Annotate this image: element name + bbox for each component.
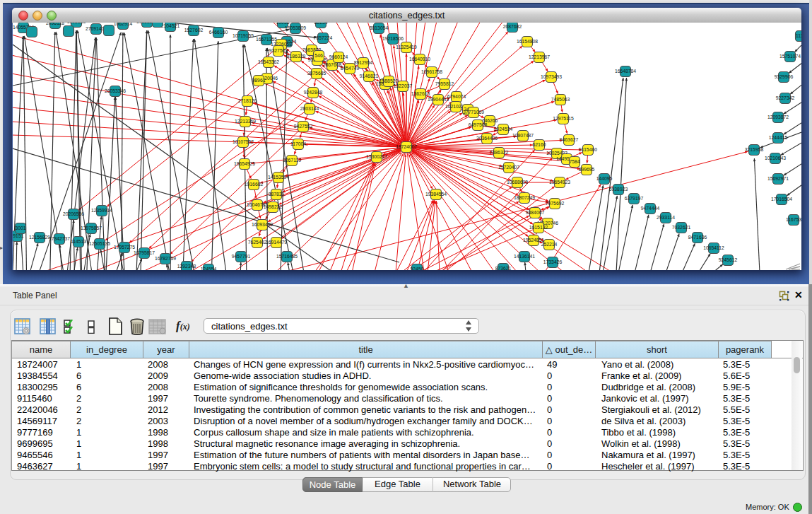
svg-text:9474444: 9474444	[641, 206, 660, 211]
svg-text:16053809: 16053809	[285, 25, 306, 30]
svg-text:9384067: 9384067	[526, 210, 545, 215]
svg-text:10107552: 10107552	[233, 139, 254, 144]
svg-text:1588520: 1588520	[379, 78, 399, 83]
svg-text:9660124: 9660124	[329, 54, 348, 59]
svg-text:17957275: 17957275	[114, 245, 135, 250]
svg-text:14136141: 14136141	[514, 254, 535, 259]
svg-text:1916682: 1916682	[245, 182, 264, 187]
svg-text:6497508: 6497508	[469, 122, 488, 127]
svg-text:18724007: 18724007	[396, 144, 417, 149]
svg-text:5938923: 5938923	[609, 187, 628, 192]
svg-text:62160: 62160	[533, 142, 546, 147]
svg-text:2803144: 2803144	[300, 106, 319, 111]
svg-text:12156829: 12156829	[29, 235, 50, 240]
svg-text:16154808: 16154808	[517, 39, 538, 44]
svg-text:1895313: 1895313	[67, 23, 86, 24]
svg-text:15692971: 15692971	[767, 176, 789, 181]
svg-text:1498222: 1498222	[264, 204, 283, 209]
svg-text:9146821: 9146821	[360, 74, 379, 78]
svg-text:9457791: 9457791	[232, 254, 251, 259]
svg-text:8471636: 8471636	[688, 235, 707, 240]
svg-text:1292348: 1292348	[177, 264, 196, 269]
svg-text:20206556: 20206556	[63, 211, 84, 216]
svg-text:3875685: 3875685	[307, 71, 326, 76]
svg-text:16914479: 16914479	[266, 240, 287, 245]
svg-text:16543362: 16543362	[258, 59, 279, 64]
svg-text:10654112: 10654112	[703, 245, 724, 250]
svg-text:3267110: 3267110	[283, 158, 301, 163]
svg-text:7032621: 7032621	[672, 225, 691, 230]
svg-text:1733426: 1733426	[543, 259, 563, 264]
svg-text:37771069: 37771069	[463, 110, 484, 115]
svg-text:1615132: 1615132	[529, 225, 548, 230]
svg-text:16782759: 16782759	[155, 256, 176, 261]
svg-text:8427552: 8427552	[294, 124, 313, 129]
svg-text:15751074: 15751074	[779, 54, 801, 59]
svg-text:16648784: 16648784	[615, 69, 636, 74]
svg-text:17342737: 17342737	[49, 236, 70, 241]
svg-text:7625402: 7625402	[248, 240, 267, 245]
svg-text:2718126: 2718126	[238, 98, 257, 103]
svg-text:7975692: 7975692	[546, 201, 565, 206]
svg-text:15716485: 15716485	[276, 254, 298, 259]
svg-text:13975857: 13975857	[81, 226, 102, 230]
svg-text:8912954: 8912954	[354, 60, 373, 65]
svg-text:16093489: 16093489	[252, 222, 273, 227]
svg-text:6794074: 6794074	[447, 94, 466, 99]
svg-text:9115460: 9115460	[579, 147, 597, 152]
svg-text:12359914: 12359914	[91, 208, 112, 213]
svg-text:12213967: 12213967	[529, 54, 550, 59]
svg-text:19218506: 19218506	[382, 36, 404, 41]
svg-text:26053346: 26053346	[105, 88, 126, 93]
svg-text:10688609: 10688609	[507, 180, 528, 185]
svg-text:3001: 3001	[15, 226, 25, 230]
svg-text:98961: 98961	[252, 78, 266, 83]
svg-text:10807487: 10807487	[512, 133, 534, 138]
svg-text:887831: 887831	[269, 192, 285, 197]
svg-text:2096118: 2096118	[46, 23, 64, 25]
svg-text:873621: 873621	[495, 266, 512, 270]
svg-text:11325419: 11325419	[396, 45, 417, 49]
svg-text:10795817: 10795817	[134, 250, 155, 255]
svg-text:19654925: 19654925	[234, 161, 255, 166]
svg-text:2933114: 2933114	[657, 215, 675, 220]
svg-text:16640910: 16640910	[409, 57, 430, 62]
svg-text:144095: 144095	[596, 176, 613, 181]
svg-text:8454749: 8454749	[341, 66, 360, 71]
svg-text:12505135: 12505135	[89, 241, 110, 246]
svg-text:899695: 899695	[579, 167, 595, 172]
svg-text:2104521: 2104521	[161, 23, 180, 28]
svg-text:15300217: 15300217	[366, 154, 387, 159]
svg-text:19904443: 19904443	[428, 97, 449, 102]
svg-text:9329906: 9329906	[775, 74, 794, 79]
svg-text:7485063: 7485063	[551, 97, 570, 102]
svg-text:546: 546	[314, 53, 323, 58]
svg-text:8186328: 8186328	[287, 54, 306, 59]
svg-text:9242848: 9242848	[304, 90, 323, 95]
svg-text:124554: 124554	[201, 267, 217, 270]
svg-text:9463627: 9463627	[560, 137, 579, 142]
svg-text:3215958: 3215958	[745, 147, 764, 152]
svg-text:7857224: 7857224	[314, 35, 333, 40]
svg-text:1244415: 1244415	[769, 135, 788, 140]
svg-text:116753: 116753	[786, 217, 801, 222]
svg-text:92450: 92450	[411, 267, 424, 270]
svg-text:1062914: 1062914	[114, 23, 133, 26]
svg-text:16671355: 16671355	[256, 37, 277, 42]
svg-text:6466160: 6466160	[209, 30, 228, 35]
svg-text:9327503: 9327503	[269, 48, 288, 53]
svg-text:7955812: 7955812	[435, 81, 454, 86]
svg-text:6379197: 6379197	[625, 196, 644, 201]
svg-text:14153594: 14153594	[268, 175, 289, 180]
svg-text:7584: 7584	[569, 159, 579, 164]
svg-text:1117: 1117	[796, 33, 801, 38]
svg-text:1322037: 1322037	[394, 83, 413, 88]
svg-text:88134: 88134	[314, 23, 328, 25]
svg-text:16961758: 16961758	[421, 69, 442, 74]
svg-text:8813054: 8813054	[370, 25, 389, 30]
svg-text:12093872: 12093872	[767, 115, 789, 119]
svg-text:2087682: 2087682	[503, 24, 522, 29]
svg-text:9245612: 9245612	[719, 257, 738, 262]
svg-text:19654923: 19654923	[549, 180, 570, 185]
svg-text:10210643: 10210643	[765, 156, 786, 160]
